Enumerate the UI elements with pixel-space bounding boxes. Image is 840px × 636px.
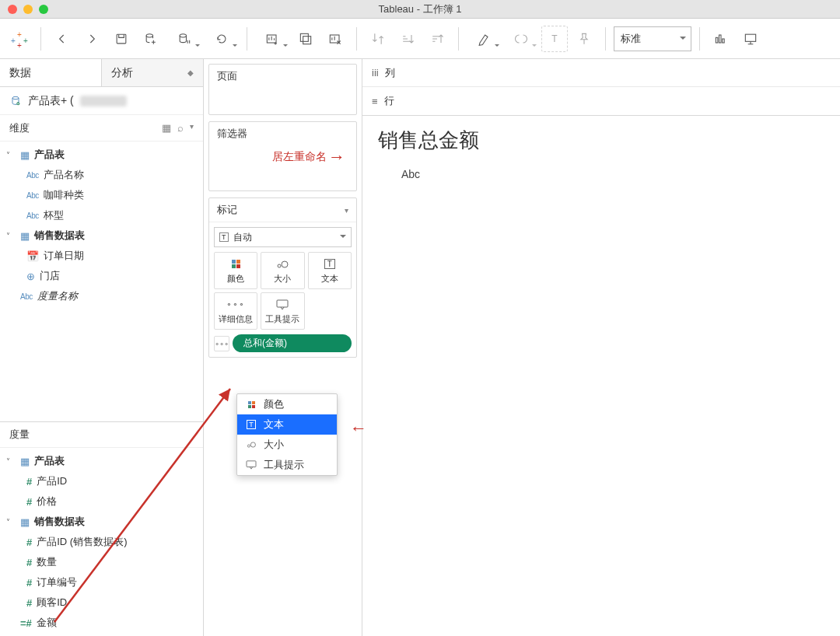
datasource-icon [9,95,22,107]
tree-field[interactable]: #价格 [0,491,203,512]
close-window-button[interactable] [8,5,17,14]
tree-label: 销售数据表 [34,229,85,243]
popup-item-text[interactable]: T 文本 [237,414,337,435]
minimize-window-button[interactable] [23,5,33,14]
undo-button[interactable] [49,26,75,52]
detail-icon: ∘∘∘ [226,299,245,309]
text-table-button[interactable]: T [541,26,568,52]
tree-label: 产品ID [37,474,67,488]
columns-icon: iii [372,67,379,79]
color-icon [232,260,240,268]
dimensions-header: 维度 ▦ ⌕ ▾ [0,115,203,142]
marks-detail-button[interactable]: ∘∘∘ 详细信息 [214,292,257,330]
svg-point-1 [146,33,152,37]
tree-field[interactable]: Abc杯型 [0,205,203,225]
sort-asc-button[interactable] [394,26,421,52]
search-icon[interactable]: ⌕ [177,122,184,134]
text-icon: T [324,259,335,269]
maximize-window-button[interactable] [39,5,48,14]
svg-point-14 [282,261,288,267]
tree-field[interactable]: #订单编号 [0,572,203,592]
tree-label: 杯型 [44,208,64,222]
marks-color-button[interactable]: 颜色 [214,252,257,289]
tree-field[interactable]: 📅订单日期 [0,246,203,266]
tree-field[interactable]: #产品ID [0,471,203,491]
svg-rect-0 [117,34,126,44]
tree-label: 产品名称 [44,168,84,182]
marks-card: 标记▾ T 自动 颜色 大小 T [208,197,357,358]
popup-label: 文本 [264,418,284,432]
svg-rect-18 [247,461,256,467]
save-button[interactable] [108,26,135,52]
main-area: 数据 分析◆ 产品表+ ( 维度 ▦ ⌕ ▾ ˅▦产品表 Abc产品名称 Abc… [0,59,840,636]
marks-pill[interactable]: 总和(金额) [233,334,352,352]
fit-dropdown[interactable]: 标准 [614,26,691,51]
worksheet-title[interactable]: 销售总金额 [378,127,824,154]
popup-item-color[interactable]: 颜色 [237,394,337,414]
mark-type-dropdown[interactable]: T 自动 [214,227,352,247]
marks-tooltip-button[interactable]: 工具提示 [261,292,304,330]
tree-field[interactable]: ⊕门店 [0,266,203,286]
highlight-button[interactable] [467,26,501,52]
group-button[interactable] [504,26,538,52]
tree-field[interactable]: Abc产品名称 [0,165,203,185]
tree-field-measure-names[interactable]: Abc度量名称 [0,286,203,306]
datasource-name: 产品表+ ( [28,94,74,108]
tree-table-node[interactable]: ˅▦产品表 [0,451,203,471]
viz-placeholder: Abc [401,168,824,180]
tab-caret-icon: ◆ [187,68,194,77]
marks-text-button[interactable]: T 文本 [308,252,352,289]
text-mark-icon: T [219,232,229,242]
svg-rect-9 [723,39,725,43]
tree-field[interactable]: #顾客ID [0,592,203,613]
marks-caret-icon[interactable]: ▾ [345,206,348,215]
pin-button[interactable] [571,26,597,52]
rows-label: 行 [384,94,394,108]
tree-label: 产品表 [34,148,65,162]
svg-point-17 [250,442,255,447]
tree-table-node[interactable]: ˅▦销售数据表 [0,225,203,246]
main-toolbar: + + + + T 标准 [0,19,840,59]
redo-button[interactable] [79,26,105,52]
clear-sheet-button[interactable] [322,26,348,52]
pill-indicator-button[interactable]: ∘∘∘ [214,336,229,351]
pause-updates-button[interactable] [167,26,201,52]
popup-label: 大小 [264,438,284,452]
menu-caret-icon[interactable]: ▾ [190,122,194,134]
color-icon [245,401,257,408]
new-datasource-button[interactable] [138,26,164,52]
svg-rect-15 [277,300,288,307]
tree-table-node[interactable]: ˅▦产品表 [0,145,203,165]
new-worksheet-button[interactable] [255,26,289,52]
tree-table-node[interactable]: ˅▦销售数据表 [0,512,203,532]
svg-rect-8 [719,35,722,43]
svg-point-16 [247,445,250,447]
columns-shelf[interactable]: iii 列 [362,59,840,87]
marks-size-button[interactable]: 大小 [261,252,304,289]
tree-field[interactable]: #数量 [0,552,203,572]
view-area: iii 列 ≡ 行 销售总金额 Abc [362,59,840,636]
tab-data-label: 数据 [9,66,31,80]
tree-field[interactable]: Abc咖啡种类 [0,185,203,205]
measures-tree: ˅▦产品表 #产品ID #价格 ˅▦销售数据表 #产品ID (销售数据表) #数… [0,448,203,636]
rows-shelf[interactable]: ≡ 行 [362,87,840,115]
show-me-button[interactable] [708,26,734,52]
sort-desc-button[interactable] [424,26,450,52]
tree-label: 价格 [37,494,57,508]
popup-item-size[interactable]: 大小 [237,435,337,455]
text-icon: T [245,420,257,429]
presentation-button[interactable] [737,26,764,52]
tab-data[interactable]: 数据 [0,59,101,86]
tab-analytics[interactable]: 分析◆ [101,59,203,86]
swap-button[interactable] [365,26,391,52]
tableau-logo-icon: + + + + [6,32,33,46]
datasource-row[interactable]: 产品表+ ( [0,87,203,115]
tree-field-amount[interactable]: =#金额 [0,613,203,633]
tree-field[interactable]: #产品ID (销售数据表) [0,532,203,552]
duplicate-sheet-button[interactable] [292,26,319,52]
popup-item-tooltip[interactable]: 工具提示 [237,455,337,475]
refresh-button[interactable] [205,26,239,52]
tree-label: 金额 [37,616,57,630]
view-toggle-icon[interactable]: ▦ [162,122,171,134]
measures-label: 度量 [9,428,30,442]
